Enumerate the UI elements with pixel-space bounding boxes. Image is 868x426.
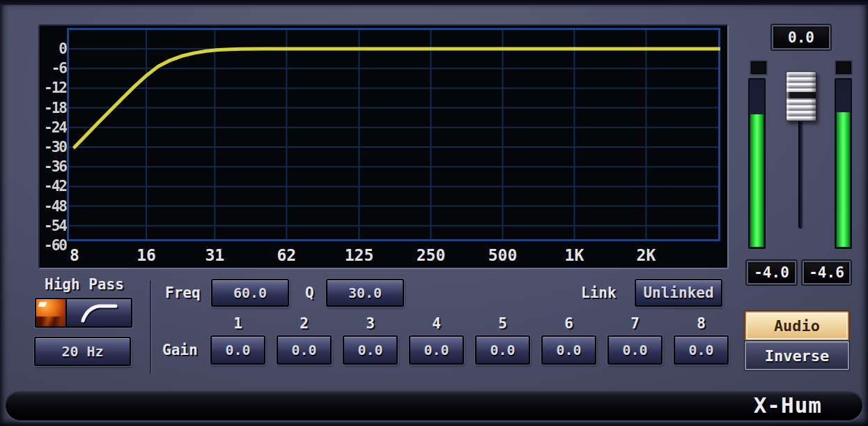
x-axis-label: 250 [417,244,446,266]
high-pass-label: High Pass [45,276,124,293]
peak-readout-left[interactable]: -4.0 [747,261,796,284]
output-meter-left-fill [750,114,764,247]
y-axis-label: -30 [41,138,66,156]
gain-channel: 70.0 [607,314,662,365]
gain-value-button[interactable]: 0.0 [475,335,530,365]
q-value-button[interactable]: 30.0 [326,279,404,307]
y-axis-label: -12 [41,79,66,97]
y-axis-label: -48 [41,197,66,215]
gain-value-button[interactable]: 0.0 [541,335,596,365]
y-axis-label: -36 [41,158,66,176]
gain-channel: 10.0 [210,314,265,365]
gain-channel: 20.0 [277,314,332,365]
y-axis-label: -24 [41,119,66,137]
gain-value-button[interactable]: 0.0 [607,335,662,365]
x-axis-label: 1K [565,244,584,266]
gain-channel-number: 6 [541,314,596,335]
link-mode-button[interactable]: Unlinked [635,279,722,307]
gain-value-button[interactable]: 0.0 [674,335,729,365]
gain-channel-number: 3 [343,314,398,335]
x-axis-label: 16 [137,244,156,266]
high-pass-freq-button[interactable]: 20 Hz [34,337,131,366]
xhum-plugin-window: 0-6-12-18-24-30-36-42-48-54-60 816316212… [0,0,868,426]
y-axis-label: -6 [41,59,66,77]
output-meter-right [835,78,852,249]
x-axis-label: 2K [637,244,656,266]
gain-channel-number: 7 [607,314,662,335]
output-meter-right-fill [837,112,850,247]
x-axis-label: 62 [277,244,296,266]
high-pass-type-button[interactable] [67,299,131,326]
y-axis-label: -60 [41,236,66,254]
plugin-title: X-Hum [754,393,822,418]
clip-indicator-right[interactable] [835,60,853,75]
gain-channel-number: 4 [409,314,464,335]
high-pass-power-button[interactable] [36,299,67,326]
high-pass-button-group [35,298,132,328]
output-meter-left [748,78,766,249]
output-fader-handle[interactable] [786,71,816,121]
x-axis-label: 31 [205,244,224,266]
gain-channel-number: 2 [277,314,332,335]
inverse-mode-button[interactable]: Inverse [745,341,849,370]
gain-channel: 40.0 [409,314,464,365]
audio-mode-button[interactable]: Audio [745,311,849,341]
section-divider [150,280,151,374]
gain-label: Gain [162,342,198,358]
gain-channels: 10.020.030.040.050.060.070.080.0 [210,314,729,365]
eq-plot [67,28,720,241]
y-axis-label: 0 [41,40,66,58]
y-axis-label: -42 [41,177,66,195]
gain-channel-number: 5 [475,314,530,335]
gain-value-button[interactable]: 0.0 [210,335,265,365]
gain-channel-number: 1 [210,314,265,335]
highpass-curve-icon [77,302,121,324]
gain-channel: 60.0 [541,314,596,365]
gain-channel: 30.0 [343,314,398,365]
gain-value-button[interactable]: 0.0 [277,335,332,365]
y-axis-label: -54 [41,217,66,235]
peak-readout-right[interactable]: -4.6 [803,261,851,284]
eq-graph-panel: 0-6-12-18-24-30-36-42-48-54-60 816316212… [38,24,729,269]
x-axis-label: 500 [488,244,518,266]
gain-value-button[interactable]: 0.0 [409,335,464,365]
gain-channel: 50.0 [475,314,530,365]
y-axis-label: -18 [41,99,66,117]
q-label: Q [305,284,314,301]
gain-channel-number: 8 [674,314,729,335]
eq-response-curve [75,49,720,147]
gain-value-button[interactable]: 0.0 [343,335,398,365]
output-gain-display[interactable]: 0.0 [772,25,830,50]
window-top-edge [0,0,868,5]
link-label: Link [581,284,617,301]
title-bar: X-Hum [6,390,862,420]
x-axis-label: 125 [345,244,374,266]
clip-indicator-left[interactable] [750,60,768,75]
gain-channel: 80.0 [674,314,729,365]
x-axis-label: 8 [70,244,79,266]
freq-label: Freq [165,284,201,301]
freq-value-button[interactable]: 60.0 [211,279,289,307]
